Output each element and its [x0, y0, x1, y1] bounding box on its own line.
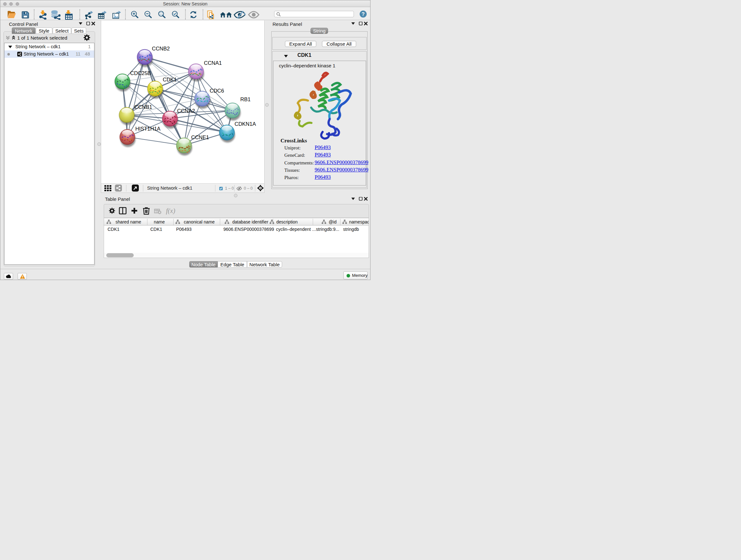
svg-text:@id: @id: [329, 220, 337, 225]
svg-text:CCNB1: CCNB1: [134, 104, 152, 110]
svg-text:database identifier: database identifier: [232, 220, 268, 225]
svg-text:namespac: namespac: [349, 220, 368, 225]
svg-text:CCNA2: CCNA2: [177, 108, 195, 114]
svg-text:?: ?: [361, 11, 365, 17]
svg-text:canonical name: canonical name: [184, 220, 215, 225]
svg-text:name: name: [154, 220, 165, 225]
svg-text:CCNB2: CCNB2: [152, 46, 170, 51]
svg-text:shared name: shared name: [116, 220, 141, 225]
svg-text:CDK1: CDK1: [163, 77, 177, 82]
svg-text:CDKN1A: CDKN1A: [234, 121, 256, 127]
svg-text:CCNA1: CCNA1: [204, 60, 222, 66]
svg-text:description: description: [276, 220, 298, 225]
svg-text:CDC25B: CDC25B: [130, 70, 151, 76]
svg-text:CCNE1: CCNE1: [191, 134, 209, 140]
svg-text:f(x): f(x): [166, 207, 175, 214]
svg-text:RB1: RB1: [240, 97, 251, 102]
svg-text:CDC6: CDC6: [210, 88, 224, 94]
svg-text:HIST1H1A: HIST1H1A: [135, 126, 160, 132]
